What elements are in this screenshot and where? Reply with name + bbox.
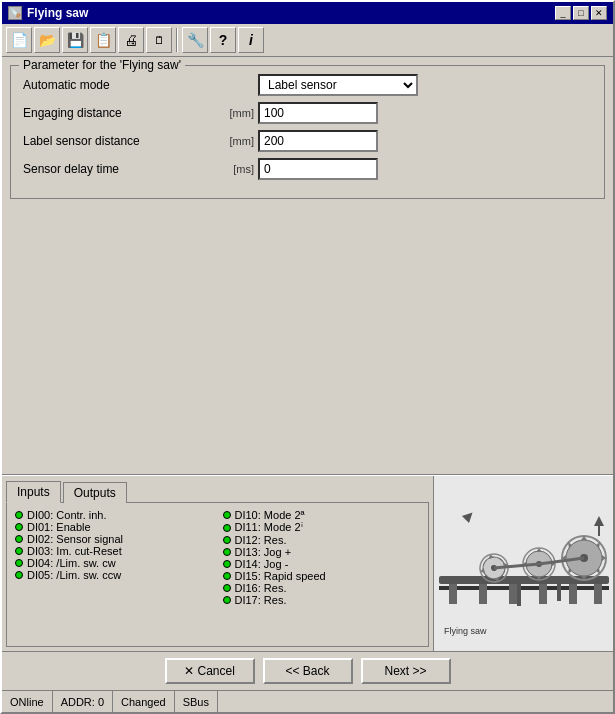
led-DI12	[223, 536, 231, 544]
led-DI00	[15, 511, 23, 519]
tab-inputs[interactable]: Inputs	[6, 481, 61, 503]
automatic-mode-select-wrapper: Label sensor Distance Manual	[258, 74, 418, 96]
param-control-label-sensor-distance: 200	[258, 130, 592, 152]
io-label-DI17: DI17: Res.	[235, 594, 287, 606]
param-unit-engaging-distance: [mm]	[223, 107, 258, 119]
led-DI02	[15, 535, 23, 543]
led-DI11	[223, 524, 231, 532]
param-row-sensor-delay: Sensor delay time [ms] 0	[23, 158, 592, 180]
engaging-distance-input[interactable]: 100	[258, 102, 378, 124]
param-control-automatic-mode: Label sensor Distance Manual	[258, 74, 592, 96]
copy-button[interactable]: 📋	[90, 27, 116, 53]
toolbar-sep-1	[176, 28, 178, 52]
param-label-sensor-delay: Sensor delay time	[23, 162, 223, 176]
param-label-engaging-distance: Engaging distance	[23, 106, 223, 120]
main-window: 🪚 Flying saw _ □ ✕ 📄 📂 💾 📋 🖨 🗒 🔧 ? i Par…	[0, 0, 615, 714]
sensor-delay-input[interactable]: 0	[258, 158, 378, 180]
open-button[interactable]: 📂	[34, 27, 60, 53]
list-item: DI03: Im. cut-Reset	[15, 545, 213, 557]
minimize-button[interactable]: _	[555, 6, 571, 20]
title-bar: 🪚 Flying saw _ □ ✕	[2, 2, 613, 24]
toolbar: 📄 📂 💾 📋 🖨 🗒 🔧 ? i	[2, 24, 613, 57]
list-item: DI11: Mode 2ⁱ	[223, 521, 421, 534]
button-bar: ✕ Cancel << Back Next >>	[2, 651, 613, 690]
svg-rect-3	[449, 584, 457, 604]
list-item: DI02: Sensor signal	[15, 533, 213, 545]
io-label-DI12: DI12: Res.	[235, 534, 287, 546]
led-DI14	[223, 560, 231, 568]
list-item: DI12: Res.	[223, 534, 421, 546]
led-DI04	[15, 559, 23, 567]
io-label-DI16: DI16: Res.	[235, 582, 287, 594]
save-button[interactable]: 💾	[62, 27, 88, 53]
param-control-sensor-delay: 0	[258, 158, 592, 180]
param-control-engaging-distance: 100	[258, 102, 592, 124]
svg-rect-5	[509, 584, 517, 604]
status-addr: ADDR: 0	[53, 691, 113, 712]
led-DI10	[223, 511, 231, 519]
param-label-label-sensor-distance: Label sensor distance	[23, 134, 223, 148]
list-item: DI17: Res.	[223, 594, 421, 606]
led-DI16	[223, 584, 231, 592]
param-label-automatic-mode: Automatic mode	[23, 78, 223, 92]
status-sbus: SBus	[175, 691, 218, 712]
param-unit-label-sensor-distance: [mm]	[223, 135, 258, 147]
list-item: DI04: /Lim. sw. cw	[15, 557, 213, 569]
list-item: DI14: Jog -	[223, 558, 421, 570]
list-item: DI16: Res.	[223, 582, 421, 594]
list-item: DI00: Contr. inh.	[15, 509, 213, 521]
saw-illustration: Flying saw	[439, 486, 609, 641]
io-label-DI03: DI03: Im. cut-Reset	[27, 545, 122, 557]
content-spacer	[10, 207, 605, 466]
status-changed: Changed	[113, 691, 175, 712]
io-label-DI04: DI04: /Lim. sw. cw	[27, 557, 116, 569]
new-button[interactable]: 📄	[6, 27, 32, 53]
main-content: Parameter for the 'Flying saw' Automatic…	[2, 57, 613, 474]
list-item: DI10: Mode 2ª	[223, 509, 421, 521]
io-label-DI00: DI00: Contr. inh.	[27, 509, 107, 521]
list-item: DI05: /Lim. sw. ccw	[15, 569, 213, 581]
title-bar-buttons: _ □ ✕	[555, 6, 607, 20]
parameter-group: Parameter for the 'Flying saw' Automatic…	[10, 65, 605, 199]
label-sensor-distance-input[interactable]: 200	[258, 130, 378, 152]
bottom-section: Inputs Outputs DI00: Contr. inh.	[2, 474, 613, 712]
maximize-button[interactable]: □	[573, 6, 589, 20]
led-DI15	[223, 572, 231, 580]
svg-rect-2	[439, 586, 609, 590]
io-label-DI02: DI02: Sensor signal	[27, 533, 123, 545]
list-item: DI15: Rapid speed	[223, 570, 421, 582]
param-row-engaging-distance: Engaging distance [mm] 100	[23, 102, 592, 124]
print2-button[interactable]: 🗒	[146, 27, 172, 53]
led-DI05	[15, 571, 23, 579]
led-DI13	[223, 548, 231, 556]
back-button[interactable]: << Back	[263, 658, 353, 684]
tabs-panel: Inputs Outputs DI00: Contr. inh.	[2, 476, 433, 651]
tab-bar: Inputs Outputs	[2, 476, 433, 502]
svg-rect-4	[479, 584, 487, 604]
io-label-DI15: DI15: Rapid speed	[235, 570, 326, 582]
info-button[interactable]: i	[238, 27, 264, 53]
tool-button[interactable]: 🔧	[182, 27, 208, 53]
io-label-DI10: DI10: Mode 2ª	[235, 509, 305, 521]
close-button[interactable]: ✕	[591, 6, 607, 20]
tab-outputs[interactable]: Outputs	[63, 482, 127, 503]
help-button[interactable]: ?	[210, 27, 236, 53]
io-label-DI01: DI01: Enable	[27, 521, 91, 533]
list-item: DI01: Enable	[15, 521, 213, 533]
io-right-col: DI10: Mode 2ª DI11: Mode 2ⁱ DI12: Res.	[223, 509, 421, 606]
io-grid: DI00: Contr. inh. DI01: Enable DI02: Sen…	[15, 509, 420, 606]
cancel-button[interactable]: ✕ Cancel	[165, 658, 255, 684]
automatic-mode-select[interactable]: Label sensor Distance Manual	[258, 74, 418, 96]
tabs-and-image: Inputs Outputs DI00: Contr. inh.	[2, 476, 613, 651]
led-DI17	[223, 596, 231, 604]
window-icon: 🪚	[8, 6, 22, 20]
io-left-col: DI00: Contr. inh. DI01: Enable DI02: Sen…	[15, 509, 213, 606]
io-label-DI05: DI05: /Lim. sw. ccw	[27, 569, 121, 581]
svg-rect-6	[539, 584, 547, 604]
next-button[interactable]: Next >>	[361, 658, 451, 684]
tab-content-inputs: DI00: Contr. inh. DI01: Enable DI02: Sen…	[6, 502, 429, 647]
print-button[interactable]: 🖨	[118, 27, 144, 53]
io-label-DI14: DI14: Jog -	[235, 558, 289, 570]
group-title: Parameter for the 'Flying saw'	[19, 58, 185, 72]
saw-image-panel: Flying saw	[433, 476, 613, 651]
